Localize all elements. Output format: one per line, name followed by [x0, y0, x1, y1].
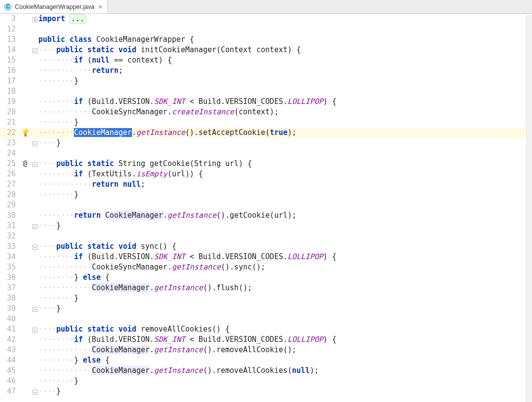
selection: CookieManager	[74, 128, 132, 137]
current-line: ········CookieManager.getInstance().setA…	[38, 128, 532, 138]
intention-bulb-icon[interactable]: 💡	[21, 129, 30, 136]
java-class-icon: C	[4, 3, 12, 11]
code-line: import ...	[38, 14, 532, 24]
line-number: 3	[0, 14, 16, 24]
fold-start-icon[interactable]: −	[33, 48, 37, 53]
fold-end-icon[interactable]: −	[33, 141, 37, 146]
gutter-fold: + − − − − − − − −	[32, 14, 38, 402]
vertical-scrollbar[interactable]	[526, 14, 532, 402]
gutter-marks: 💡 @	[19, 14, 32, 402]
close-icon[interactable]: ×	[99, 3, 102, 11]
editor-tab[interactable]: C CookieManagerWrapper.java ×	[0, 0, 108, 13]
code-area[interactable]: import ... public class CookieManagerWra…	[38, 14, 532, 402]
override-marker[interactable]: @	[19, 159, 32, 169]
code-editor[interactable]: 3 12 13 14 15 16 17 18 19 20 21 22 23 24…	[0, 14, 532, 402]
folded-region[interactable]: ...	[69, 14, 86, 24]
gutter-line-numbers: 3 12 13 14 15 16 17 18 19 20 21 22 23 24…	[0, 14, 19, 402]
tab-bar: C CookieManagerWrapper.java ×	[0, 0, 532, 14]
fold-expand-icon[interactable]: +	[33, 17, 37, 22]
tab-filename: CookieManagerWrapper.java	[15, 3, 95, 10]
